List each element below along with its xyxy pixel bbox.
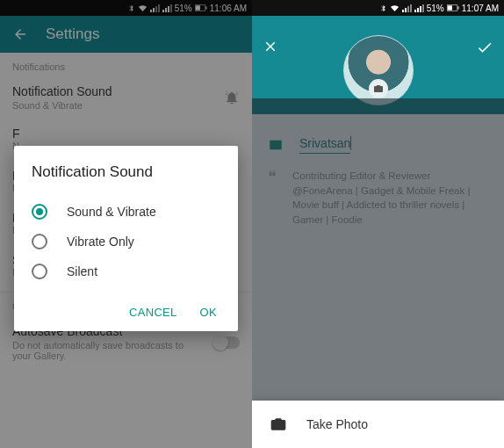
option-label: Silent xyxy=(67,264,97,278)
battery-icon xyxy=(447,4,459,11)
option-silent[interactable]: Silent xyxy=(32,257,220,286)
option-vibrate-only[interactable]: Vibrate Only xyxy=(32,227,220,257)
bluetooth-icon xyxy=(379,4,387,12)
camera-badge[interactable] xyxy=(369,79,388,98)
sheet-scrim[interactable] xyxy=(252,98,504,401)
dialog-title: Notification Sound xyxy=(32,163,220,181)
edit-profile-screen: 51% 11:07 AM Srivatsan ❝ Contributing Ed… xyxy=(252,0,504,448)
svg-rect-4 xyxy=(447,5,451,10)
radio-icon xyxy=(32,264,47,279)
notification-sound-dialog: Notification Sound Sound & Vibrate Vibra… xyxy=(14,146,238,331)
radio-icon xyxy=(32,234,47,249)
settings-screen: 51% 11:06 AM Settings Notifications Noti… xyxy=(0,0,252,448)
option-label: Sound & Vibrate xyxy=(67,205,156,219)
camera-icon xyxy=(373,83,384,94)
wifi-icon xyxy=(390,4,400,12)
signal-icon xyxy=(402,4,412,12)
clock: 11:07 AM xyxy=(462,4,499,13)
radio-icon xyxy=(32,204,47,220)
option-label: Vibrate Only xyxy=(67,235,134,249)
check-icon[interactable] xyxy=(476,39,493,56)
battery-pct: 51% xyxy=(427,4,444,13)
signal-icon-2 xyxy=(414,4,424,12)
option-sound-vibrate[interactable]: Sound & Vibrate xyxy=(32,197,220,227)
svg-rect-5 xyxy=(457,6,458,9)
photo-bottom-sheet: Take Photo xyxy=(252,401,504,448)
cancel-button[interactable]: CANCEL xyxy=(129,306,177,319)
ok-button[interactable]: OK xyxy=(200,306,217,319)
close-icon[interactable] xyxy=(263,39,278,54)
camera-icon xyxy=(270,415,287,433)
status-bar: 51% 11:07 AM xyxy=(252,0,504,16)
take-photo-button[interactable]: Take Photo xyxy=(306,417,368,431)
